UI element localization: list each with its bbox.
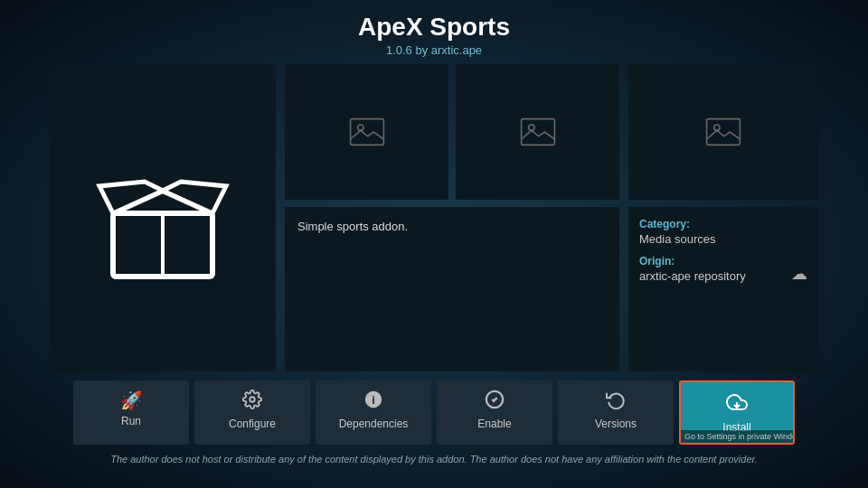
screenshot-1[interactable] <box>285 64 448 200</box>
addon-icon-panel <box>50 64 276 371</box>
origin-label: Origin: <box>639 255 746 267</box>
svg-rect-9 <box>707 119 741 145</box>
svg-marker-3 <box>163 182 226 213</box>
svg-marker-2 <box>99 182 163 213</box>
enable-icon <box>485 389 505 414</box>
versions-label: Versions <box>595 418 637 430</box>
install-icon <box>726 391 748 418</box>
action-buttons-row: 🚀 Run Configure i Dependencies Enable <box>0 371 868 445</box>
image-placeholder-icon-1 <box>349 117 385 146</box>
install-overlay: Go to Settings in private Windows. <box>681 430 793 443</box>
svg-text:i: i <box>372 393 375 407</box>
run-icon: 🚀 <box>120 389 143 411</box>
configure-button[interactable]: Configure <box>194 380 310 445</box>
footer: The author does not host or distribute a… <box>0 445 868 467</box>
enable-button[interactable]: Enable <box>437 380 552 445</box>
dependencies-button[interactable]: i Dependencies <box>316 380 431 445</box>
cloud-download-icon[interactable]: ☁ <box>791 264 807 284</box>
dependencies-icon: i <box>363 389 383 414</box>
configure-label: Configure <box>229 418 276 430</box>
addon-title: ApeX Sports <box>0 13 868 42</box>
category-label: Category: <box>639 218 807 230</box>
description-panel: Simple sports addon. <box>285 207 619 371</box>
enable-label: Enable <box>477 418 511 430</box>
origin-block: Origin: arxtic-ape repository <box>639 255 746 292</box>
svg-point-11 <box>250 397 255 402</box>
run-label: Run <box>121 415 141 427</box>
right-column: Category: Media sources Origin: arxtic-a… <box>628 64 818 371</box>
svg-rect-5 <box>350 119 383 145</box>
configure-icon <box>242 389 262 414</box>
category-value: Media sources <box>639 232 807 246</box>
versions-button[interactable]: Versions <box>558 380 674 445</box>
footer-text: The author does not host or distribute a… <box>110 454 758 465</box>
origin-row: Origin: arxtic-ape repository ☁ <box>639 255 807 292</box>
image-placeholder-icon-3 <box>705 117 741 146</box>
dependencies-label: Dependencies <box>339 418 409 430</box>
versions-icon <box>606 389 626 414</box>
screenshots-row <box>285 64 619 200</box>
svg-rect-7 <box>521 119 554 145</box>
header: ApeX Sports 1.0.6 by arxtic.ape <box>0 0 868 64</box>
addon-version: 1.0.6 by arxtic.ape <box>0 43 868 57</box>
run-button[interactable]: 🚀 Run <box>73 380 189 445</box>
info-panel: Category: Media sources Origin: arxtic-a… <box>628 207 818 371</box>
box-icon <box>95 150 231 286</box>
origin-value: arxtic-ape repository <box>639 269 746 283</box>
screenshot-3[interactable] <box>628 64 818 200</box>
image-placeholder-icon-2 <box>520 117 556 146</box>
description-text: Simple sports addon. <box>297 220 408 233</box>
middle-column: Simple sports addon. <box>285 64 619 371</box>
install-button[interactable]: Install Go to Settings in private Window… <box>679 380 795 445</box>
main-content: Simple sports addon. Category: Media sou… <box>0 64 868 371</box>
screenshot-2[interactable] <box>456 64 619 200</box>
